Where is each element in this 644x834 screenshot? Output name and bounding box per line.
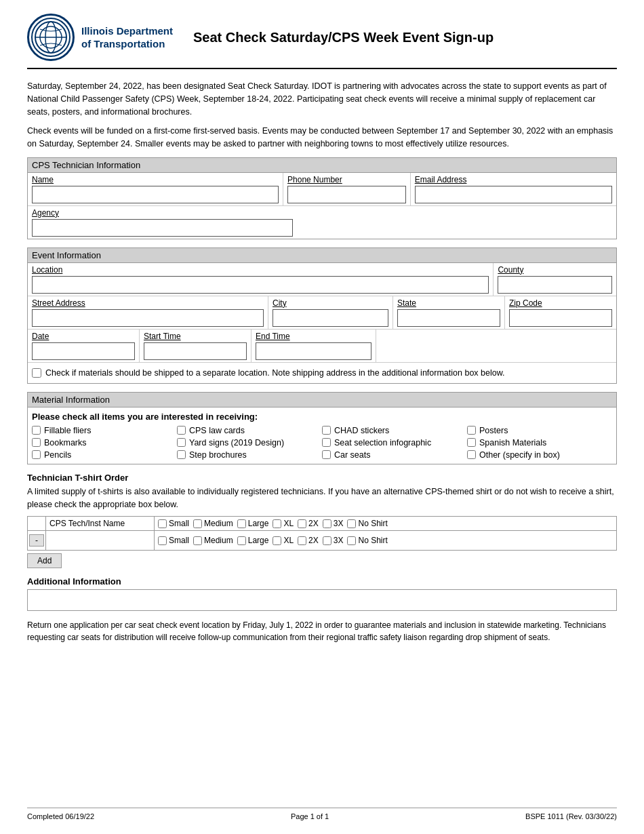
tshirt-name-input[interactable] xyxy=(49,533,150,548)
location-county-row: Location County xyxy=(28,263,616,296)
additional-info-input[interactable] xyxy=(27,589,617,611)
checkbox-yard-signs[interactable] xyxy=(177,438,186,447)
phone-label: Phone Number xyxy=(287,175,406,184)
state-field: State xyxy=(393,296,505,329)
county-field: County xyxy=(494,263,616,296)
tshirt-size-large: Large xyxy=(237,519,269,528)
city-input[interactable] xyxy=(273,309,388,327)
checkbox-spanish[interactable] xyxy=(467,438,476,447)
checkbox-other[interactable] xyxy=(467,450,476,459)
name-label: Name xyxy=(32,175,279,184)
tshirt-sizes-data: Small Medium Large XL xyxy=(155,531,617,551)
tshirt-row-small-checkbox[interactable] xyxy=(158,536,167,545)
material-section: Material Information Please check all it… xyxy=(27,392,617,464)
end-time-input[interactable] xyxy=(256,342,371,360)
footer-form-id: BSPE 1011 (Rev. 03/30/22) xyxy=(525,812,617,820)
tshirt-small-checkbox[interactable] xyxy=(158,519,167,528)
tshirt-minus-button[interactable]: - xyxy=(29,534,44,547)
ship-checkbox-label: Check if materials should be shipped to … xyxy=(45,368,505,378)
date-field: Date xyxy=(28,330,140,362)
tshirt-medium-checkbox[interactable] xyxy=(193,519,202,528)
tshirt-row-size-noshirt: No Shirt xyxy=(347,536,387,545)
name-field: Name xyxy=(28,173,283,205)
tshirt-minus-cell-data: - xyxy=(28,531,46,551)
checkbox-pencils[interactable] xyxy=(32,450,41,459)
tshirt-row-size-2x: 2X xyxy=(298,536,319,545)
material-item-cps-law: CPS law cards xyxy=(177,426,322,435)
tshirt-noshirt-checkbox[interactable] xyxy=(347,519,356,528)
tshirt-row-noshirt-checkbox[interactable] xyxy=(347,536,356,545)
checkbox-seat-selection[interactable] xyxy=(322,438,331,447)
county-label: County xyxy=(498,265,612,275)
logo-area: Illinois Department of Transportation xyxy=(27,14,173,61)
tshirt-size-2x: 2X xyxy=(298,519,319,528)
checkbox-step-brochures[interactable] xyxy=(177,450,186,459)
tshirt-row-size-3x: 3X xyxy=(323,536,344,545)
checkbox-chad[interactable] xyxy=(322,426,331,435)
street-input[interactable] xyxy=(32,309,264,327)
logo-circle xyxy=(27,14,75,61)
location-input[interactable] xyxy=(32,276,489,294)
state-input[interactable] xyxy=(397,309,500,327)
agency-input[interactable] xyxy=(32,219,293,237)
tshirt-size-3x: 3X xyxy=(323,519,344,528)
start-time-input[interactable] xyxy=(144,342,247,360)
tshirt-row-2x-checkbox[interactable] xyxy=(298,536,306,545)
tshirt-add-button[interactable]: Add xyxy=(27,553,62,568)
tshirt-desc: A limited supply of t-shirts is also ava… xyxy=(27,485,617,511)
end-time-field: End Time xyxy=(251,330,376,362)
intro-paragraph-2: Check events will be funded on a first-c… xyxy=(27,125,617,151)
checkbox-bookmarks[interactable] xyxy=(32,438,41,447)
location-label: Location xyxy=(32,265,489,275)
tshirt-row-large-checkbox[interactable] xyxy=(237,536,246,545)
tshirt-size-cells: Small Medium Large XL xyxy=(158,519,613,528)
zip-input[interactable] xyxy=(509,309,612,327)
tshirt-3x-checkbox[interactable] xyxy=(323,519,331,528)
email-input[interactable] xyxy=(415,186,612,203)
location-field: Location xyxy=(28,263,494,296)
tshirt-row-size-xl: XL xyxy=(273,536,294,545)
phone-input[interactable] xyxy=(287,186,406,203)
footer-completed: Completed 06/19/22 xyxy=(27,812,94,820)
tshirt-name-input-cell xyxy=(46,531,155,551)
ship-checkbox-row: Check if materials should be shipped to … xyxy=(28,363,616,383)
tshirt-name-col-header: CPS Tech/Inst Name xyxy=(46,517,155,531)
agency-label: Agency xyxy=(32,208,612,218)
tshirt-size-medium: Medium xyxy=(193,519,233,528)
additional-info-section: Additional Information xyxy=(27,576,617,611)
tshirt-data-row: - Small Medium xyxy=(28,531,617,551)
tshirt-large-checkbox[interactable] xyxy=(237,519,246,528)
tshirt-xl-checkbox[interactable] xyxy=(273,519,281,528)
tshirt-row-xl-checkbox[interactable] xyxy=(273,536,281,545)
tshirt-minus-cell xyxy=(28,517,46,531)
tshirt-sizes-header: Small Medium Large XL xyxy=(155,517,617,531)
checkbox-car-seats[interactable] xyxy=(322,450,331,459)
tshirt-row-3x-checkbox[interactable] xyxy=(323,536,331,545)
city-field: City xyxy=(268,296,393,329)
tshirt-title: Technician T-shirt Order xyxy=(27,473,617,483)
footer-text: Return one application per car seat chec… xyxy=(27,619,617,643)
material-item-other: Other (specify in box) xyxy=(467,450,612,460)
cps-technician-section: Name Phone Number Email Address Agency xyxy=(27,173,617,239)
ship-checkbox[interactable] xyxy=(32,368,41,378)
checkbox-cps-law[interactable] xyxy=(177,426,186,435)
date-input[interactable] xyxy=(32,342,135,360)
email-field: Email Address xyxy=(411,173,616,205)
material-checkbox-grid: Fillable fliers CPS law cards CHAD stick… xyxy=(32,426,612,460)
county-input[interactable] xyxy=(498,276,612,294)
tshirt-2x-checkbox[interactable] xyxy=(298,519,306,528)
intro-paragraph-1: Saturday, September 24, 2022, has been d… xyxy=(27,80,617,118)
state-label: State xyxy=(397,298,500,308)
org-name: Illinois Department of Transportation xyxy=(81,24,173,51)
checkbox-fillable-fliers[interactable] xyxy=(32,426,41,435)
event-section: Location County Street Address City Stat… xyxy=(27,263,617,384)
name-phone-email-row: Name Phone Number Email Address xyxy=(28,173,616,206)
tshirt-row-medium-checkbox[interactable] xyxy=(193,536,202,545)
spacer-field xyxy=(376,330,616,362)
tshirt-size-small: Small xyxy=(158,519,189,528)
tshirt-size-data-cells: Small Medium Large XL xyxy=(158,536,613,545)
tshirt-section: Technician T-shirt Order A limited suppl… xyxy=(27,473,617,569)
phone-field: Phone Number xyxy=(283,173,411,205)
checkbox-posters[interactable] xyxy=(467,426,476,435)
name-input[interactable] xyxy=(32,186,279,203)
